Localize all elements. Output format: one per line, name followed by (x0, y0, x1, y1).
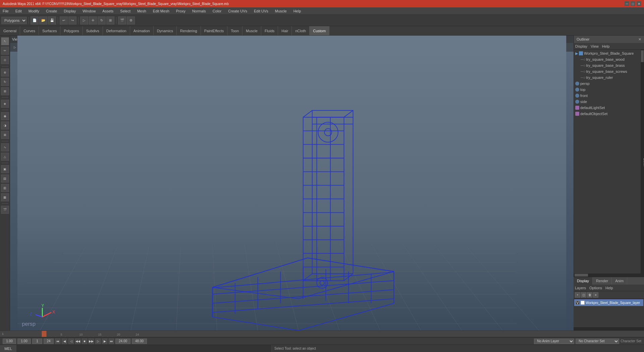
tab-display[interactable]: Display (574, 277, 593, 285)
layer-subtab-layers[interactable]: Layers (575, 286, 586, 290)
tab-render[interactable]: Render (593, 277, 612, 285)
mel-python-toggle[interactable]: MEL (0, 345, 17, 352)
menu-display[interactable]: Display (62, 8, 77, 14)
frame-input[interactable] (32, 339, 42, 344)
shelf-tab-ncloth[interactable]: nCloth (292, 26, 310, 35)
menu-normals[interactable]: Normals (191, 8, 207, 14)
shelf-tab-curves[interactable]: Curves (20, 26, 39, 35)
render-view-button[interactable]: 🎬 (1, 206, 9, 214)
rotate-button[interactable]: ↻ (98, 16, 106, 24)
next-key-button[interactable]: ▷ (95, 339, 101, 344)
layer-btn-4[interactable]: ▦ (1, 193, 9, 201)
rotate-tool-button[interactable]: ↻ (1, 78, 9, 86)
minimize-button[interactable]: ─ (625, 1, 629, 6)
scale-tool-button[interactable]: ⊞ (1, 87, 9, 95)
shelf-tab-muscle[interactable]: Muscle (243, 26, 261, 35)
outliner-menu-view[interactable]: View (591, 44, 599, 48)
menu-create[interactable]: Create (45, 8, 58, 14)
layer-scrollbar[interactable] (574, 327, 644, 331)
shelf-tab-painteffects[interactable]: PaintEffects (201, 26, 228, 35)
shelf-tab-toon[interactable]: Toon (227, 26, 243, 35)
outliner-item-objectset[interactable]: defaultObjectSet (574, 111, 644, 117)
close-button[interactable]: ✕ (637, 1, 641, 6)
menu-color[interactable]: Color (211, 8, 223, 14)
outliner-hscroll-thumb[interactable] (575, 274, 588, 276)
shelf-tab-subdivs[interactable]: Subdivs (83, 26, 103, 35)
shelf-tab-fluids[interactable]: Fluids (261, 26, 278, 35)
curve-tool-button[interactable]: ∿ (1, 143, 9, 151)
lattice-button[interactable]: ⊠ (1, 131, 9, 139)
outliner-item-persp[interactable]: persp (574, 81, 644, 87)
command-input[interactable] (17, 345, 272, 352)
shelf-tab-hair[interactable]: Hair (278, 26, 292, 35)
select-button[interactable]: ▷ (80, 16, 88, 24)
menu-window[interactable]: Window (81, 8, 97, 14)
delete-layer-btn[interactable]: 🗑 (587, 292, 592, 298)
outliner-item-lightset[interactable]: defaultLightSet (574, 105, 644, 111)
create-layer-btn[interactable]: + (575, 292, 580, 298)
prev-key-button[interactable]: ◁ (68, 339, 74, 344)
char-set-dropdown[interactable]: No Character Set (576, 339, 619, 344)
shelf-tab-custom[interactable]: Custom (310, 26, 329, 35)
shelf-tab-polygons[interactable]: Polygons (60, 26, 83, 35)
menu-edit-mesh[interactable]: Edit Mesh (152, 8, 171, 14)
menu-file[interactable]: File (1, 8, 10, 14)
polygon-mode-dropdown[interactable]: Polygons (1, 17, 27, 24)
shelf-tab-surfaces[interactable]: Surfaces (39, 26, 60, 35)
time-unit-input[interactable] (17, 339, 31, 344)
current-time-input[interactable] (3, 339, 16, 344)
layer-subtab-help[interactable]: Help (605, 286, 613, 290)
sculpt-button[interactable]: ◑ (1, 121, 9, 130)
layer-subtab-options[interactable]: Options (589, 286, 602, 290)
next-frame-button[interactable]: ▶ (102, 339, 107, 344)
end-anim-input[interactable] (132, 339, 147, 344)
move-tool-button[interactable]: ⊕ (1, 68, 9, 77)
poly-tool-button[interactable]: △ (1, 153, 9, 161)
lasso-button[interactable]: ⊙ (1, 56, 9, 64)
new-file-button[interactable]: 📄 (31, 16, 39, 24)
undo-button[interactable]: ↩ (60, 16, 68, 24)
stop-button[interactable]: ■ (82, 339, 87, 344)
render-settings-button[interactable]: ⚙ (127, 16, 135, 24)
layer-item-0[interactable]: V Workpro_Steel_Blade_Square_layer (574, 299, 643, 306)
frame-end-input[interactable] (44, 339, 54, 344)
restore-button[interactable]: □ (631, 1, 635, 6)
play-back-button[interactable]: ◀◀ (75, 339, 80, 344)
move-button[interactable]: ✛ (89, 16, 97, 24)
menu-create-uvs[interactable]: Create UVs (227, 8, 249, 14)
menu-assets[interactable]: Assets (101, 8, 115, 14)
shelf-tab-animation[interactable]: Animation (130, 26, 154, 35)
play-forward-button[interactable]: ▶▶ (89, 339, 94, 344)
layer-btn-2[interactable]: ▤ (1, 174, 9, 183)
outliner-item-side[interactable]: side (574, 99, 644, 105)
layer-visibility-check[interactable]: V (576, 301, 580, 305)
menu-help[interactable]: Help (292, 8, 303, 14)
menu-edit[interactable]: Edit (14, 8, 23, 14)
outliner-item-3[interactable]: ─○ try_square_base_screws (574, 68, 644, 74)
menu-mesh[interactable]: Mesh (136, 8, 148, 14)
shelf-tab-general[interactable]: General (0, 26, 20, 35)
outliner-item-0[interactable]: ▶ Workpro_Steel_Blade_Square (574, 50, 644, 56)
paint-button[interactable]: ✏ (1, 47, 9, 55)
menu-select[interactable]: Select (119, 8, 132, 14)
outliner-hscrollbar[interactable] (574, 273, 644, 277)
menu-proxy[interactable]: Proxy (175, 8, 187, 14)
shelf-tab-deformation[interactable]: Deformation (103, 26, 130, 35)
outliner-item-top[interactable]: top (574, 87, 644, 93)
end-time-input[interactable] (115, 339, 130, 344)
outliner-item-4[interactable]: ─○ try_square_ruler (574, 74, 644, 81)
go-to-start-button[interactable]: ⏮ (55, 339, 60, 344)
render-button[interactable]: 🎬 (118, 16, 126, 24)
prev-frame-button[interactable]: ◀ (62, 339, 67, 344)
soft-mod-button[interactable]: ◉ (1, 112, 9, 120)
menu-muscle[interactable]: Muscle (274, 8, 288, 14)
create-ref-layer-btn[interactable]: ◫ (581, 292, 586, 298)
shelf-tab-dynamics[interactable]: Dynamics (154, 26, 177, 35)
go-to-end-button[interactable]: ⏭ (109, 339, 114, 344)
shelf-tab-rendering[interactable]: Rendering (177, 26, 201, 35)
menu-edit-uvs[interactable]: Edit UVs (253, 8, 270, 14)
layer-opts-btn[interactable]: ≡ (593, 292, 598, 298)
show-manip-button[interactable]: ◈ (1, 100, 9, 108)
select-mode-button[interactable]: ↖ (1, 37, 9, 45)
open-file-button[interactable]: 📂 (39, 16, 47, 24)
